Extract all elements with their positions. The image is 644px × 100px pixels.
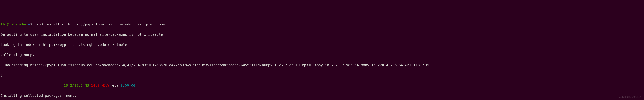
- output-paren-close: ): [0, 73, 644, 78]
- prompt-colon: :: [26, 22, 28, 26]
- prompt-path: ~: [28, 22, 30, 26]
- progress-speed: 14.0 MB/s: [89, 83, 110, 87]
- command-text: pip3 install -i https://pypi.tuna.tsingh…: [34, 22, 165, 26]
- prompt-dollar: $: [30, 22, 34, 26]
- prompt-user: lhz: [1, 22, 7, 26]
- prompt-host: lihaozhe: [9, 22, 26, 26]
- prompt-at: @: [7, 22, 9, 26]
- output-defaulting: Defaulting to user installation because …: [0, 32, 644, 37]
- progress-bar-filled: [6, 86, 62, 86]
- output-collecting: Collecting numpy: [0, 52, 644, 58]
- progress-line: 18.2/18.2 MB 14.0 MB/s eta 0:00:00: [0, 83, 644, 88]
- output-looking-indexes: Looking in indexes: https://pypi.tuna.ts…: [0, 42, 644, 47]
- progress-size: 18.2/18.2 MB: [62, 83, 89, 87]
- output-installing: Installing collected packages: numpy: [0, 93, 644, 98]
- progress-eta-label: eta: [110, 83, 120, 87]
- watermark-text: CSDN @李昊哲小课: [619, 95, 641, 98]
- output-downloading: Downloading https://pypi.tuna.tsinghua.e…: [0, 63, 644, 68]
- terminal-prompt-line[interactable]: lhz@lihaozhe:~$ pip3 install -i https://…: [0, 22, 644, 27]
- progress-eta-time: 0:00:00: [120, 83, 135, 87]
